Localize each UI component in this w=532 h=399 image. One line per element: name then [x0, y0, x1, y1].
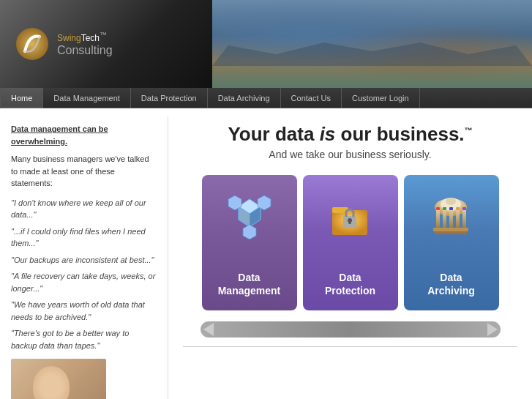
nav-customer-login[interactable]: Customer Login — [342, 88, 420, 108]
archive-icon — [427, 194, 475, 242]
nav-contact-us[interactable]: Contact Us — [281, 88, 342, 108]
quote-4: "A file recovery can take days, weeks, o… — [11, 270, 157, 294]
svg-rect-24 — [443, 207, 446, 210]
nav-home[interactable]: Home — [0, 88, 43, 108]
svg-rect-16 — [436, 207, 440, 228]
tagline-tm: ™ — [465, 126, 473, 135]
tagline-italic: is — [320, 123, 336, 145]
quote-6: "There's got to be a better way to backu… — [11, 327, 157, 351]
card-archiving-label: Data Archiving — [427, 271, 475, 297]
quote-1: "I don't know where we keep all of our d… — [11, 197, 157, 221]
svg-rect-12 — [349, 220, 351, 224]
svg-rect-22 — [435, 231, 467, 234]
right-panel: Your data is our business.™ And we take … — [168, 116, 532, 399]
logo-tech: Tech — [81, 33, 100, 43]
arrow-right-icon — [487, 323, 498, 336]
card-protection-icon-area — [321, 188, 380, 247]
logo-swing: Swing — [57, 33, 81, 43]
cubes-icon — [224, 192, 275, 243]
svg-rect-21 — [433, 228, 468, 231]
svg-point-15 — [446, 198, 456, 205]
nav-data-archiving[interactable]: Data Archiving — [208, 88, 281, 108]
left-intro: Many business managers we've talked to m… — [11, 153, 157, 190]
tagline-before: Your data — [228, 123, 319, 145]
cards-container: Data Management — [183, 175, 517, 310]
svg-rect-25 — [449, 207, 453, 210]
person-image — [11, 359, 106, 399]
logo-consulting: Consulting — [57, 44, 113, 57]
svg-rect-27 — [462, 207, 466, 210]
card-data-management[interactable]: Data Management — [202, 175, 297, 310]
logo-area: SwingTech™ Consulting — [0, 0, 212, 88]
header-banner-image — [212, 0, 532, 88]
main-content: Data management can be overwhelming. Man… — [0, 108, 532, 399]
card-data-protection[interactable]: Data Protection — [303, 175, 398, 310]
left-panel: Data management can be overwhelming. Man… — [0, 116, 168, 399]
quote-2: "...if I could only find files when I ne… — [11, 225, 157, 250]
lock-icon — [326, 194, 374, 242]
nav-data-management[interactable]: Data Management — [43, 88, 131, 108]
person-head — [33, 366, 70, 399]
arrow-bar — [201, 321, 501, 338]
svg-rect-18 — [449, 207, 453, 228]
subtitle: And we take our business seriously. — [269, 149, 431, 160]
svg-rect-17 — [443, 207, 446, 228]
tagline-after: our business. — [335, 123, 464, 145]
card-data-archiving[interactable]: Data Archiving — [404, 175, 499, 310]
quote-5: "We have years worth of old data that ne… — [11, 299, 157, 323]
svg-rect-19 — [456, 207, 460, 228]
bottom-divider — [183, 346, 517, 347]
card-archiving-icon-area — [422, 188, 481, 247]
card-protection-label: Data Protection — [325, 271, 375, 297]
header-image-inner — [212, 0, 532, 88]
tagline: Your data is our business.™ — [228, 123, 472, 146]
nav-data-protection[interactable]: Data Protection — [131, 88, 208, 108]
quote-3: "Our backups are inconsistent at best...… — [11, 254, 157, 266]
svg-rect-26 — [456, 207, 460, 210]
svg-marker-7 — [243, 225, 256, 239]
svg-point-0 — [16, 28, 48, 60]
left-headline: Data management can be overwhelming. — [11, 123, 157, 147]
logo-text-group: SwingTech™ Consulting — [57, 31, 113, 56]
main-nav: Home Data Management Data Protection Dat… — [0, 88, 532, 108]
card-management-icon-area — [220, 188, 279, 247]
arrow-left-icon — [203, 323, 214, 336]
swingtech-logo-icon — [15, 26, 50, 61]
header: SwingTech™ Consulting — [0, 0, 532, 88]
svg-rect-23 — [436, 207, 440, 210]
card-management-label: Data Management — [218, 271, 281, 297]
logo-tm: ™ — [100, 31, 107, 39]
svg-rect-20 — [462, 207, 466, 228]
